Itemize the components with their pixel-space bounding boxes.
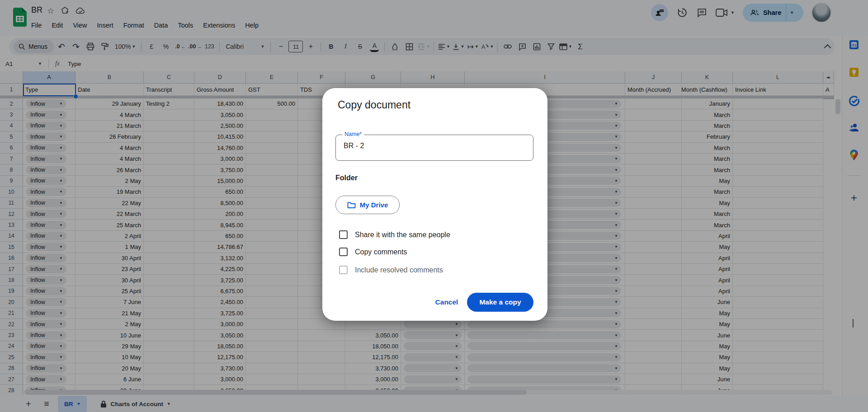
checkbox-row: Share it with the same people — [339, 230, 450, 239]
checkbox-unchecked[interactable] — [339, 248, 348, 256]
checkbox-unchecked — [339, 266, 348, 274]
name-field[interactable] — [335, 135, 533, 161]
make-a-copy-button[interactable]: Make a copy — [467, 293, 533, 312]
checkbox-label: Copy comments — [355, 248, 407, 256]
checkbox-row: Include resolved comments — [339, 266, 443, 274]
cancel-button[interactable]: Cancel — [433, 293, 461, 311]
folder-section-label: Folder — [335, 174, 358, 182]
checkbox-row: Copy comments — [339, 248, 407, 256]
copy-document-dialog: Copy document Name* BR - 2 Folder My Dri… — [322, 88, 547, 321]
folder-icon — [347, 201, 356, 209]
name-field-value[interactable]: BR - 2 — [344, 142, 364, 150]
folder-chip-label: My Drive — [360, 201, 388, 209]
checkbox-label: Share it with the same people — [355, 231, 450, 239]
dialog-title: Copy document — [338, 99, 410, 111]
checkbox-unchecked[interactable] — [339, 230, 348, 239]
checkbox-label: Include resolved comments — [355, 266, 443, 274]
name-field-label: Name* — [342, 131, 364, 137]
my-drive-folder-chip[interactable]: My Drive — [335, 196, 400, 214]
google-sheets-app: BR ☆ FileEditViewInsertFormatDataToolsEx… — [0, 0, 868, 412]
